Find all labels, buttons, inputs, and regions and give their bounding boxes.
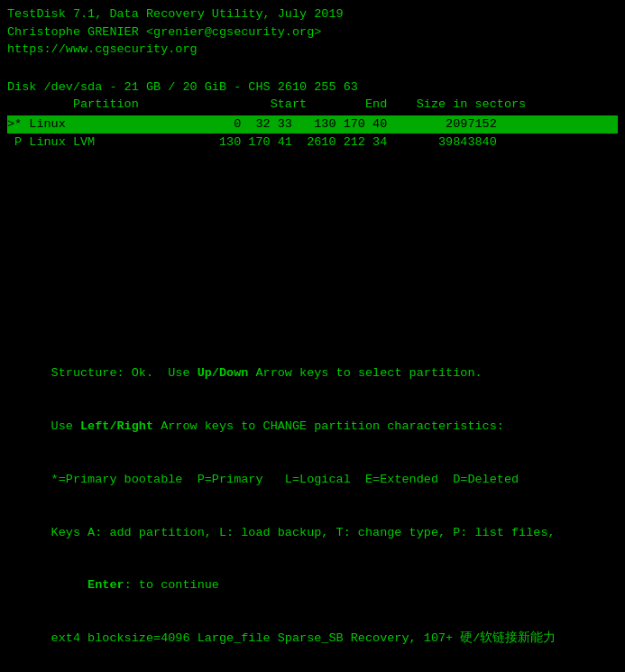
footer-line6: ext4 blocksize=4096 Large_file Sparse_SB… bbox=[7, 612, 618, 665]
partition-table: >* Linux 0 32 33 130 170 40 2097152 P Li… bbox=[7, 115, 618, 152]
footer-line3: *=Primary bootable P=Primary L=Logical E… bbox=[7, 453, 618, 506]
header-line3: https://www.cgsecurity.org bbox=[7, 41, 618, 59]
header-section: TestDisk 7.1, Data Recovery Utility, Jul… bbox=[7, 5, 618, 59]
footer-line2-text: Use Left/Right Arrow keys to CHANGE part… bbox=[51, 419, 504, 433]
footer-line4-text: Keys A: add partition, L: load backup, T… bbox=[51, 526, 556, 539]
footer-line6-text: ext4 blocksize=4096 Large_file Sparse_SB… bbox=[51, 631, 556, 645]
disk-info-line: Disk /dev/sda - 21 GB / 20 GiB - CHS 261… bbox=[7, 78, 618, 97]
footer-line5-rest: : to continue bbox=[124, 578, 219, 592]
footer-section: Structure: Ok. Use Up/Down Arrow keys to… bbox=[7, 347, 618, 665]
footer-line1: Structure: Ok. Use Up/Down Arrow keys to… bbox=[7, 347, 618, 400]
footer-line1-text: Structure: Ok. Use Up/Down Arrow keys to… bbox=[51, 366, 483, 380]
disk-columns: Partition Start End Size in sectors bbox=[7, 96, 618, 114]
terminal-window: TestDisk 7.1, Data Recovery Utility, Jul… bbox=[0, 0, 625, 672]
header-line1: TestDisk 7.1, Data Recovery Utility, Jul… bbox=[7, 5, 618, 23]
header-line2: Christophe GRENIER <grenier@cgsecurity.o… bbox=[7, 23, 618, 41]
partition-row-1[interactable]: >* Linux 0 32 33 130 170 40 2097152 bbox=[7, 115, 618, 133]
footer-line4: Keys A: add partition, L: load backup, T… bbox=[7, 506, 618, 559]
partition-row-2[interactable]: P Linux LVM 130 170 41 2610 212 34 39843… bbox=[7, 133, 618, 152]
disk-info: Disk /dev/sda - 21 GB / 20 GiB - CHS 261… bbox=[7, 78, 618, 114]
footer-line3-text: *=Primary bootable P=Primary L=Logical E… bbox=[51, 473, 519, 486]
footer-enter-label: Enter bbox=[51, 578, 124, 592]
footer-line5: Enter: to continue bbox=[7, 559, 618, 612]
footer-line2: Use Left/Right Arrow keys to CHANGE part… bbox=[7, 400, 618, 454]
